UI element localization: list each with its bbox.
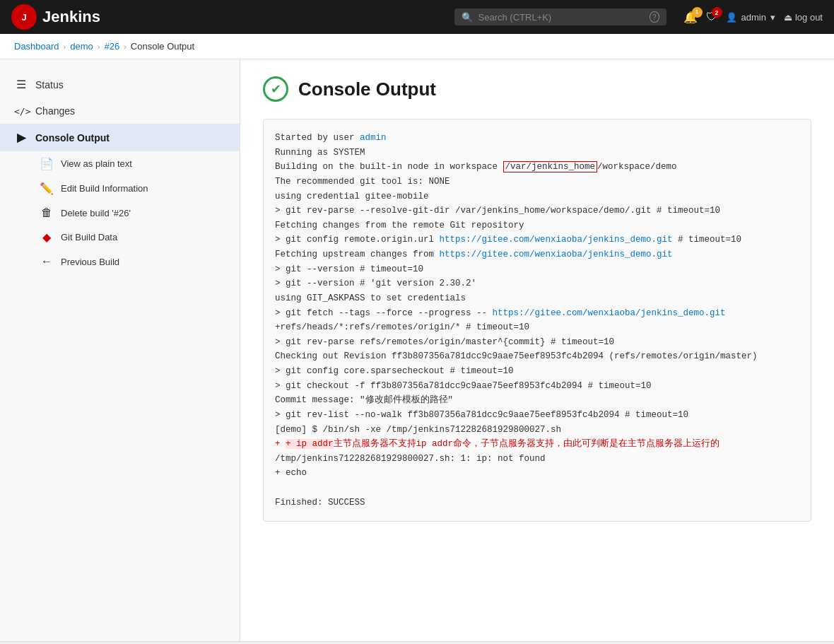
- plain-text-icon: 📄: [40, 157, 54, 170]
- console-line-1: Started by user admin: [275, 131, 799, 146]
- console-line-13: > git fetch --tags --force --progress --…: [275, 306, 799, 335]
- sidebar-label-git: Git Build Data: [61, 232, 117, 242]
- user-icon: 👤: [726, 12, 737, 23]
- console-line-3: Building on the built-in node in workspa…: [275, 160, 799, 175]
- page-title: Console Output: [298, 78, 436, 100]
- console-line-11: > git --version # 'git version 2.30.2': [275, 276, 799, 291]
- security-badge: 2: [712, 7, 722, 18]
- search-icon: 🔍: [462, 12, 473, 23]
- sidebar-label-previous: Previous Build: [61, 257, 119, 267]
- logout-label: log out: [795, 12, 823, 23]
- sidebar-item-delete-build[interactable]: 🗑 Delete build '#26': [28, 201, 240, 225]
- edit-icon: ✏️: [40, 182, 54, 195]
- notifications-button[interactable]: 🔔 1: [683, 11, 698, 24]
- console-line-18: Commit message: "修改邮件模板的路径": [275, 393, 799, 408]
- console-icon: ▶: [14, 131, 28, 144]
- console-line-22: /tmp/jenkins712282681929800027.sh: 1: ip…: [275, 452, 799, 467]
- workspace-path-highlight: /var/jenkins_home: [503, 161, 598, 172]
- console-line-24: [275, 481, 799, 496]
- console-output: Started by user admin Running as SYSTEM …: [263, 119, 811, 522]
- chevron-down-icon: ▾: [770, 12, 775, 23]
- sidebar-item-view-plain[interactable]: 📄 View as plain text: [28, 151, 240, 176]
- sidebar-item-edit-build[interactable]: ✏️ Edit Build Information: [28, 176, 240, 201]
- breadcrumb-sep-2: ›: [98, 42, 100, 51]
- git-url2-link[interactable]: https://gitee.com/wenxiaoba/jenkins_demo…: [440, 250, 673, 259]
- top-nav: J Jenkins 🔍 ? 🔔 1 🛡 2 👤 admin ▾ ⏏ log ou…: [0, 0, 834, 34]
- sidebar-label-delete: Delete build '#26': [61, 208, 131, 218]
- back-icon: ←: [40, 255, 54, 268]
- nav-icons: 🔔 1 🛡 2 👤 admin ▾ ⏏ log out: [683, 11, 823, 24]
- footer: REST API Jenkins 2.401 GDBN@wenxiaoba: [0, 641, 834, 644]
- user-menu[interactable]: 👤 admin ▾: [726, 12, 775, 23]
- console-line-8: > git config remote.origin.url https://g…: [275, 233, 799, 247]
- main-layout: ☰ Status </> Changes ▶ Console Output 📄 …: [0, 59, 834, 641]
- console-line-19: > git rev-list --no-walk ff3b807356a781d…: [275, 408, 799, 423]
- sidebar-item-changes[interactable]: </> Changes: [0, 98, 240, 124]
- search-input[interactable]: [478, 12, 644, 23]
- sidebar-item-status[interactable]: ☰ Status: [0, 71, 240, 98]
- success-icon: ✔: [263, 76, 288, 102]
- console-line-2: Running as SYSTEM: [275, 146, 799, 160]
- page-header: ✔ Console Output: [263, 76, 811, 102]
- console-line-9: Fetching upstream changes from https://g…: [275, 247, 799, 262]
- admin-link[interactable]: admin: [360, 133, 387, 143]
- sidebar-label-console: Console Output: [35, 132, 110, 144]
- git-icon: ◆: [40, 230, 54, 244]
- breadcrumb: Dashboard › demo › #26 › Console Output: [0, 34, 834, 59]
- main-content: ✔ Console Output Started by user admin R…: [240, 59, 834, 641]
- console-line-6: > git rev-parse --resolve-git-dir /var/j…: [275, 204, 799, 218]
- nav-logo[interactable]: J Jenkins: [11, 4, 100, 30]
- sidebar-label-view-plain: View as plain text: [61, 158, 132, 169]
- sidebar-label-changes: Changes: [35, 105, 75, 117]
- console-line-21: + + ip addr主节点服务器不支持ip addr命令，子节点服务器支持，由…: [275, 437, 799, 452]
- sidebar-item-previous-build[interactable]: ← Previous Build: [28, 250, 240, 274]
- breadcrumb-sep-3: ›: [124, 42, 127, 51]
- console-line-15: Checking out Revision ff3b807356a781dcc9…: [275, 349, 799, 364]
- console-line-17: > git checkout -f ff3b807356a781dcc9c9aa…: [275, 379, 799, 394]
- git-url3-link[interactable]: https://gitee.com/wenxiaoba/jenkins_demo…: [493, 308, 726, 318]
- console-line-7: Fetching changes from the remote Git rep…: [275, 218, 799, 233]
- changes-icon: </>: [14, 106, 28, 117]
- breadcrumb-current: Console Output: [131, 41, 194, 52]
- console-line-20: [demo] $ /bin/sh -xe /tmp/jenkins7122826…: [275, 423, 799, 438]
- breadcrumb-demo[interactable]: demo: [70, 41, 93, 52]
- logout-icon: ⏏: [784, 12, 792, 23]
- console-line-25: Finished: SUCCESS: [275, 496, 799, 510]
- console-line-10: > git --version # timeout=10: [275, 262, 799, 277]
- console-line-12: using GIT_ASKPASS to set credentials: [275, 291, 799, 306]
- sidebar-label-edit-build: Edit Build Information: [61, 183, 148, 194]
- breadcrumb-sep-1: ›: [64, 42, 66, 51]
- console-line-5: using credential gitee-mobile: [275, 189, 799, 204]
- search-bar[interactable]: 🔍 ?: [454, 8, 666, 25]
- git-url1-link[interactable]: https://gitee.com/wenxiaoba/jenkins_demo…: [440, 235, 673, 245]
- console-line-23: + echo: [275, 466, 799, 481]
- ip-addr-highlight: + ip addr: [286, 439, 334, 449]
- console-line-14: > git rev-parse refs/remotes/origin/mast…: [275, 335, 799, 350]
- jenkins-logo-icon: J: [11, 4, 37, 30]
- breadcrumb-dashboard[interactable]: Dashboard: [14, 41, 59, 52]
- sidebar-item-git-data[interactable]: ◆ Git Build Data: [28, 225, 240, 250]
- security-button[interactable]: 🛡 2: [706, 11, 717, 23]
- status-icon: ☰: [14, 78, 28, 91]
- console-line-16: > git config core.sparsecheckout # timeo…: [275, 364, 799, 379]
- logout-button[interactable]: ⏏ log out: [784, 12, 823, 23]
- sidebar: ☰ Status </> Changes ▶ Console Output 📄 …: [0, 59, 240, 641]
- notifications-badge: 1: [692, 7, 703, 18]
- breadcrumb-build-num[interactable]: #26: [104, 41, 119, 52]
- sidebar-item-console-output[interactable]: ▶ Console Output: [0, 124, 240, 151]
- sidebar-sub-menu: 📄 View as plain text ✏️ Edit Build Infor…: [0, 151, 240, 274]
- sidebar-label-status: Status: [35, 79, 64, 90]
- svg-text:J: J: [21, 12, 26, 23]
- nav-logo-text: Jenkins: [42, 8, 100, 26]
- user-label: admin: [741, 12, 766, 23]
- help-icon[interactable]: ?: [650, 11, 659, 23]
- trash-icon: 🗑: [40, 206, 54, 219]
- console-line-4: The recommended git tool is: NONE: [275, 175, 799, 189]
